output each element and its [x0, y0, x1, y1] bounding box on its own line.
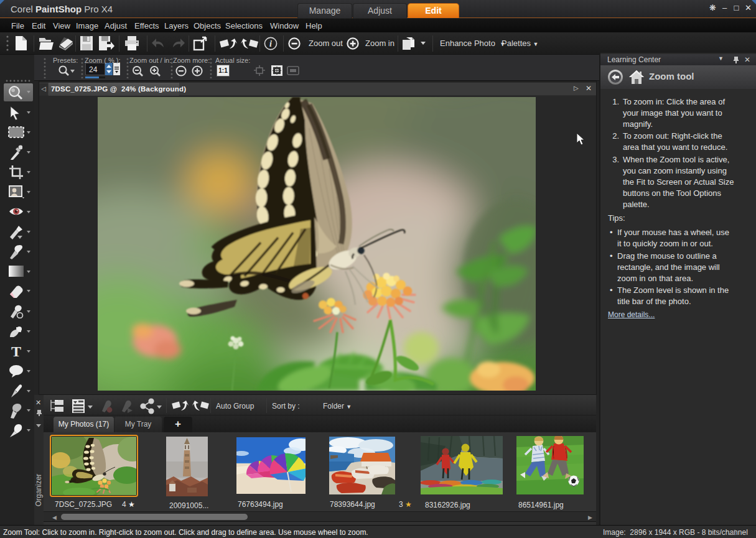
- svg-text:i: i: [269, 39, 272, 49]
- svg-text:T: T: [11, 344, 21, 359]
